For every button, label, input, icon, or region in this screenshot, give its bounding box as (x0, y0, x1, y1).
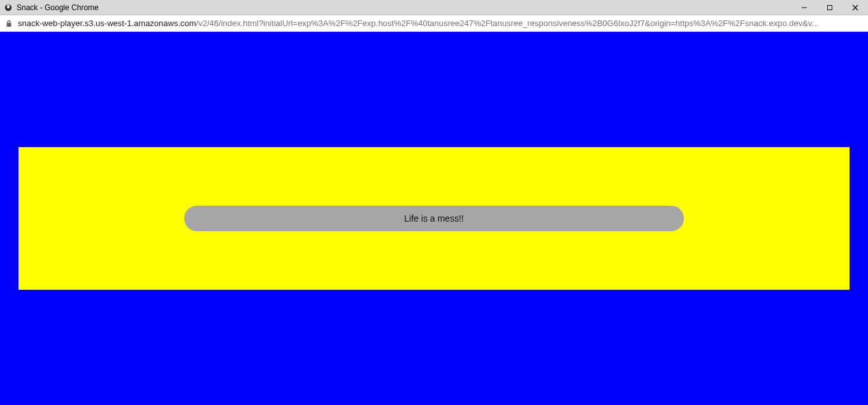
url-text: snack-web-player.s3.us-west-1.amazonaws.… (18, 18, 863, 28)
address-bar[interactable]: snack-web-player.s3.us-west-1.amazonaws.… (0, 15, 868, 32)
yellow-panel: Life is a mess!! (18, 147, 850, 290)
titlebar-left: Snack - Google Chrome (4, 3, 99, 12)
window-titlebar: Snack - Google Chrome (0, 0, 868, 15)
window-title: Snack - Google Chrome (17, 3, 99, 12)
svg-rect-1 (7, 4, 10, 8)
minimize-button[interactable] (792, 0, 817, 15)
page-viewport: Life is a mess!! (0, 32, 868, 405)
close-button[interactable] (843, 0, 868, 15)
lock-icon (5, 20, 13, 27)
window-controls (792, 0, 868, 15)
url-host: snack-web-player.s3.us-west-1.amazonaws.… (18, 18, 196, 28)
url-path: /v2/46/index.html?initialUrl=exp%3A%2F%2… (196, 18, 819, 28)
message-text: Life is a mess!! (404, 213, 463, 224)
svg-rect-3 (828, 5, 832, 10)
maximize-button[interactable] (817, 0, 843, 15)
app-icon (4, 3, 13, 12)
svg-rect-6 (7, 23, 11, 27)
message-pill[interactable]: Life is a mess!! (184, 206, 684, 231)
